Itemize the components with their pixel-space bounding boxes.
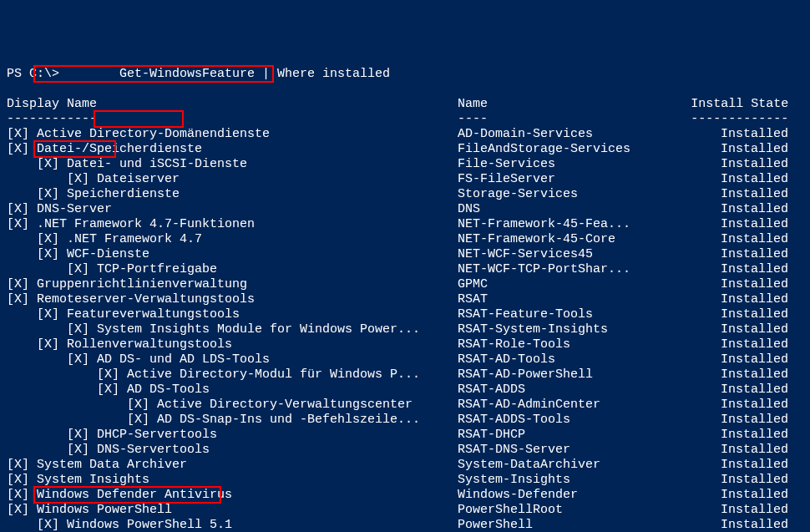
install-state-cell: Installed [676, 307, 788, 322]
name-cell: AD-Domain-Services [458, 127, 676, 142]
display-name-cell: [X] AD DS- und AD LDS-Tools [7, 352, 458, 367]
install-state-cell: Installed [676, 398, 788, 413]
install-state-cell: Installed [676, 322, 788, 337]
name-cell: RSAT-System-Insights [458, 322, 676, 337]
feature-row: [X] .NET Framework 4.7-Funktionen NET-Fr… [7, 217, 803, 232]
display-name-cell: [X] Rollenverwaltungstools [7, 337, 458, 352]
name-cell: DNS [458, 202, 676, 217]
display-name-cell: [X] TCP-Portfreigabe [7, 262, 458, 277]
name-cell: System-Insights [458, 473, 676, 488]
name-cell: RSAT-ADDS-Tools [458, 413, 676, 428]
feature-row: [X] Speicherdienste Storage-Services Ins… [7, 187, 803, 202]
feature-row: [X] DNS-Server DNS Installed [7, 202, 803, 217]
feature-row: [X] Datei- und iSCSI-Dienste File-Servic… [7, 157, 803, 172]
install-state-cell: Installed [676, 187, 788, 202]
install-state-cell: Installed [676, 352, 788, 367]
install-state-cell: Installed [676, 142, 788, 157]
install-state-cell: Installed [676, 262, 788, 277]
install-state-cell: Installed [676, 503, 788, 518]
name-cell: RSAT-DNS-Server [458, 443, 676, 458]
feature-row: [X] Datei-/Speicherdienste FileAndStorag… [7, 142, 803, 157]
feature-row: [X] System Data Archiver System-DataArch… [7, 458, 803, 473]
feature-row: [X] Remoteserver-Verwaltungstools RSAT I… [7, 292, 803, 307]
install-state-cell: Installed [676, 367, 788, 383]
install-state-cell: Installed [676, 157, 788, 172]
column-dashes: ------------ ---- ------------- [7, 112, 803, 127]
install-state-cell: Installed [676, 247, 788, 262]
display-name-cell: [X] Dateiserver [7, 172, 458, 187]
install-state-cell: Installed [676, 127, 788, 142]
powershell-terminal[interactable]: PS C:\> Get-WindowsFeature | Where insta… [7, 67, 803, 532]
feature-row: [X] Windows PowerShell PowerShellRoot In… [7, 503, 803, 518]
name-cell: RSAT-ADDS [458, 383, 676, 398]
install-state-cell: Installed [676, 172, 788, 187]
feature-row: [X] Active Directory-Domänendienste AD-D… [7, 127, 803, 142]
display-name-cell: [X] Active Directory-Modul für Windows P… [7, 367, 458, 383]
name-cell: NET-WCF-TCP-PortShar... [458, 262, 676, 277]
feature-row: [X] AD DS- und AD LDS-Tools RSAT-AD-Tool… [7, 352, 803, 367]
install-state-cell: Installed [676, 488, 788, 503]
display-name-cell: [X] Remoteserver-Verwaltungstools [7, 292, 458, 307]
name-cell: FS-FileServer [458, 172, 676, 187]
name-cell: PowerShellRoot [458, 503, 676, 518]
name-cell: FileAndStorage-Services [458, 142, 676, 157]
feature-row: [X] Gruppenrichtlinienverwaltung GPMC In… [7, 277, 803, 292]
display-name-cell: [X] System Insights [7, 473, 458, 488]
feature-row: [X] Rollenverwaltungstools RSAT-Role-Too… [7, 337, 803, 352]
display-name-cell: [X] Windows Defender Antivirus [7, 488, 458, 503]
feature-row: [X] .NET Framework 4.7 NET-Framework-45-… [7, 232, 803, 247]
name-cell: NET-WCF-Services45 [458, 247, 676, 262]
display-name-cell: [X] AD DS-Tools [7, 383, 458, 398]
feature-row: [X] DNS-Servertools RSAT-DNS-Server Inst… [7, 443, 803, 458]
install-state-cell: Installed [676, 443, 788, 458]
display-name-cell: [X] AD DS-Snap-Ins und -Befehlszeile... [7, 413, 458, 428]
display-name-cell: [X] Speicherdienste [7, 187, 458, 202]
display-name-cell: [X] Active Directory-Domänendienste [7, 127, 458, 142]
name-cell: RSAT-Feature-Tools [458, 307, 676, 322]
display-name-cell: [X] System Insights Module for Windows P… [7, 322, 458, 337]
feature-row: [X] AD DS-Tools RSAT-ADDS Installed [7, 383, 803, 398]
feature-row: [X] TCP-Portfreigabe NET-WCF-TCP-PortSha… [7, 262, 803, 277]
install-state-cell: Installed [676, 428, 788, 443]
name-cell: Windows-Defender [458, 488, 676, 503]
display-name-cell: [X] .NET Framework 4.7 [7, 232, 458, 247]
name-cell: RSAT-Role-Tools [458, 337, 676, 352]
name-cell: RSAT-AD-Tools [458, 352, 676, 367]
feature-row: [X] Windows Defender Antivirus Windows-D… [7, 488, 803, 503]
install-state-cell: Installed [676, 337, 788, 352]
feature-row: [X] DHCP-Servertools RSAT-DHCP Installed [7, 428, 803, 443]
feature-row: [X] AD DS-Snap-Ins und -Befehlszeile... … [7, 413, 803, 428]
feature-row: [X] Featureverwaltungstools RSAT-Feature… [7, 307, 803, 322]
display-name-cell: [X] Featureverwaltungstools [7, 307, 458, 322]
feature-row: [X] System Insights System-Insights Inst… [7, 473, 803, 488]
feature-row: [X] System Insights Module for Windows P… [7, 322, 803, 337]
install-state-cell: Installed [676, 413, 788, 428]
display-name-cell: [X] WCF-Dienste [7, 247, 458, 262]
feature-row: [X] Active Directory-Verwaltungscenter R… [7, 398, 803, 413]
install-state-cell: Installed [676, 217, 788, 232]
install-state-cell: Installed [676, 277, 788, 292]
display-name-cell: [X] DNS-Server [7, 202, 458, 217]
install-state-cell: Installed [676, 518, 788, 532]
name-cell: File-Services [458, 157, 676, 172]
display-name-cell: [X] Windows PowerShell 5.1 [7, 518, 458, 532]
feature-row: [X] Active Directory-Modul für Windows P… [7, 367, 803, 383]
display-name-cell: [X] DHCP-Servertools [7, 428, 458, 443]
install-state-cell: Installed [676, 458, 788, 473]
display-name-cell: [X] Datei- und iSCSI-Dienste [7, 157, 458, 172]
install-state-cell: Installed [676, 383, 788, 398]
install-state-cell: Installed [676, 292, 788, 307]
column-header: Display Name Name Install State [7, 97, 803, 112]
install-state-cell: Installed [676, 202, 788, 217]
command-prompt: PS C:\> Get-WindowsFeature | Where insta… [7, 67, 803, 82]
name-cell: RSAT [458, 292, 676, 307]
display-name-cell: [X] .NET Framework 4.7-Funktionen [7, 217, 458, 232]
feature-row: [X] WCF-Dienste NET-WCF-Services45 Insta… [7, 247, 803, 262]
display-name-cell: [X] Windows PowerShell [7, 503, 458, 518]
feature-row: [X] Windows PowerShell 5.1 PowerShell In… [7, 518, 803, 532]
display-name-cell: [X] System Data Archiver [7, 458, 458, 473]
display-name-cell: [X] DNS-Servertools [7, 443, 458, 458]
install-state-cell: Installed [676, 473, 788, 488]
name-cell: RSAT-DHCP [458, 428, 676, 443]
name-cell: System-DataArchiver [458, 458, 676, 473]
